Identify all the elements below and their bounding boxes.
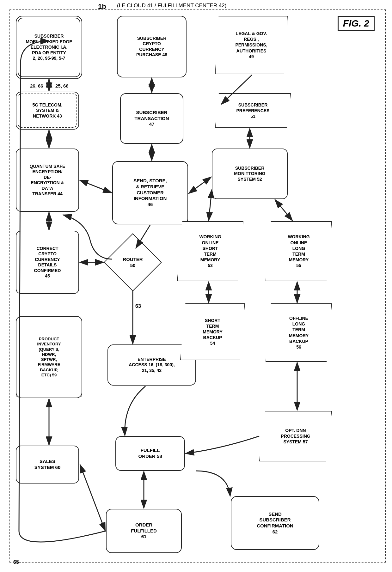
opt-dnn-box: OPT. DNN PROCESSING SYSTEM 57 [259, 411, 332, 461]
fulfill-order-label: FULFILL ORDER 58 [138, 447, 162, 459]
correct-crypto-label: CORRECT CRYPTO CURRENCY DETAILS CONFIRME… [34, 246, 61, 279]
legal-box: LEGAL & GOV. REGS., PERMISSIONS, AUTHORI… [215, 16, 288, 74]
offline-long-box: OFFLINE LONG TERM MEMORY BACKUP 56 [266, 303, 332, 362]
sales-system-label: SALES SYSTEM 60 [34, 459, 61, 471]
opt-dnn-label: OPT. DNN PROCESSING SYSTEM 57 [281, 428, 310, 445]
telecom-box: 5G TELECOM. SYSTEM & NETWORK 43 [16, 92, 79, 130]
order-fulfilled-box: ORDER FULFILLED 61 [106, 509, 182, 553]
working-short-box: WORKING ONLINE SHORT TERM MEMORY 53 [177, 221, 243, 281]
label-65: 65 [13, 559, 19, 565]
working-short-label: WORKING ONLINE SHORT TERM MEMORY 53 [199, 234, 221, 268]
label-26-66: 26, 66 [30, 83, 43, 88]
send-confirmation-label: SEND SUBSCRIBER CONFIRMATION 62 [257, 511, 293, 535]
quantum-box: QUANTUM SAFE ENCRYPTION/ DE- ENCRYPTION … [16, 149, 79, 212]
send-store-box: SEND, STORE, & RETRIEVE CUSTOMER INFORMA… [112, 161, 188, 224]
label-63: 63 [135, 303, 141, 309]
subscriber-monitoring-label: SUBSCRIBER MONITTORING SYSTEM 52 [234, 166, 265, 182]
sales-system-box: SALES SYSTEM 60 [16, 446, 79, 484]
label-25-66: 25, 66 [55, 83, 69, 88]
subscriber-transaction-label: SUBSCRIBER TRANSACTION 47 [134, 110, 169, 127]
subscriber-prefs-label: SUBSCRIBER PREFERENCES 51 [236, 102, 269, 119]
send-confirmation-box: SEND SUBSCRIBER CONFIRMATION 62 [231, 496, 319, 550]
correct-crypto-box: CORRECT CRYPTO CURRENCY DETAILS CONFIRME… [16, 231, 79, 294]
product-inventory-label: PRODUCT INVENTORY (QUERY'S, HDWR, SFTWR,… [37, 337, 61, 378]
label-1b: 1b [98, 3, 106, 11]
subscriber-monitoring-box: SUBSCRIBER MONITTORING SYSTEM 52 [212, 149, 288, 199]
telecom-label: 5G TELECOM. SYSTEM & NETWORK 43 [33, 102, 63, 119]
send-store-label: SEND, STORE, & RETRIEVE CUSTOMER INFORMA… [133, 178, 167, 208]
short-term-backup-box: SHORT TERM MEMORY BACKUP 54 [180, 303, 245, 360]
subscriber-mobile-label: SUBSCRIBER MOBILE FIXIED EDGE ELECTRONIC… [26, 33, 72, 61]
quantum-label: QUANTUM SAFE ENCRYPTION/ DE- ENCRYPTION … [30, 164, 65, 197]
legal-label: LEGAL & GOV. REGS., PERMISSIONS, AUTHORI… [235, 31, 267, 59]
fulfill-order-box: FULFILL ORDER 58 [115, 436, 185, 471]
router-container: ROUTER 50 [104, 234, 161, 291]
subscriber-transaction-box: SUBSCRIBER TRANSACTION 47 [120, 93, 183, 144]
router-label: ROUTER 50 [123, 256, 143, 269]
crypto-purchase-label: SUBSCRIBER CRYPTO CURRENCY PURCHASE 48 [136, 36, 167, 58]
subscriber-prefs-box: SUBSCRIBER PREFERENCES 51 [215, 93, 291, 128]
cloud-label: (I.E CLOUD 41 / FULFILLMENT CENTER 42) [117, 3, 226, 9]
fig-label: FIG. 2 [338, 16, 375, 31]
order-fulfilled-label: ORDER FULFILLED 61 [131, 522, 157, 540]
product-inventory-box: PRODUCT INVENTORY (QUERY'S, HDWR, SFTWR,… [16, 316, 82, 398]
working-long-box: WORKING ONLINE LONG TERM MEMORY 55 [266, 221, 332, 281]
enterprise-label: ENTERPRISE ACCESS 16, (18, 300), 21, 35,… [129, 357, 175, 374]
crypto-purchase-box: SUBSCRIBER CRYPTO CURRENCY PURCHASE 48 [117, 16, 187, 77]
subscriber-mobile-box: SUBSCRIBER MOBILE FIXIED EDGE ELECTRONIC… [16, 16, 82, 79]
working-long-label: WORKING ONLINE LONG TERM MEMORY 55 [288, 234, 309, 268]
short-term-backup-label: SHORT TERM MEMORY BACKUP 54 [203, 318, 222, 346]
offline-long-label: OFFLINE LONG TERM MEMORY BACKUP 56 [289, 315, 309, 350]
diagram-container: 1b (I.E CLOUD 41 / FULFILLMENT CENTER 42… [0, 0, 392, 572]
